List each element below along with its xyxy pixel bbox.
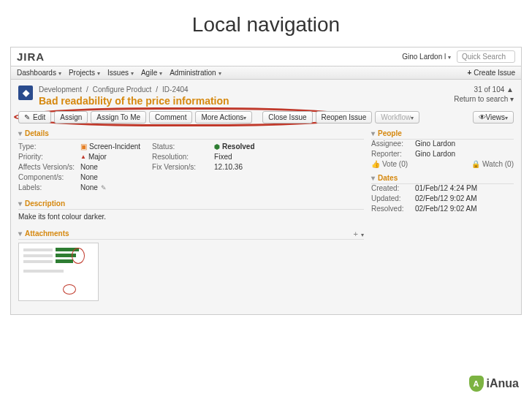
views-button[interactable]: 👁 Views bbox=[473, 111, 514, 123]
result-index: 31 of 104 ▲ bbox=[454, 86, 514, 94]
action-toolbar: ✎Edit Assign Assign To Me Comment More A… bbox=[18, 111, 419, 123]
priority-value: Major bbox=[80, 153, 107, 161]
dates-section: ▾Dates Created:01/Feb/12 4:24 PM Updated… bbox=[371, 174, 514, 213]
assign-to-me-button[interactable]: Assign To Me bbox=[91, 111, 146, 123]
eye-icon: 👁 bbox=[479, 113, 486, 121]
type-value: Screen-Incident bbox=[80, 142, 140, 151]
breadcrumb-key[interactable]: ID-2404 bbox=[162, 86, 189, 94]
app-window: JIRA Gino Lardon l Quick Search Dashboar… bbox=[10, 47, 522, 315]
reopen-issue-button[interactable]: Reopen Issue bbox=[316, 111, 373, 123]
close-issue-button[interactable]: Close Issue bbox=[262, 111, 312, 123]
vote-button[interactable]: 👍Vote (0) bbox=[371, 160, 408, 168]
add-attachment-icon[interactable]: + bbox=[354, 229, 358, 238]
nav-dashboards[interactable]: Dashboards bbox=[17, 69, 61, 77]
attachment-options-icon[interactable] bbox=[361, 229, 364, 238]
breadcrumb-project[interactable]: Development bbox=[39, 86, 82, 94]
workflow-button[interactable]: Workflow bbox=[375, 111, 419, 123]
watch-button[interactable]: 🔒Watch (0) bbox=[471, 160, 514, 168]
people-section: ▾People Assignee:Gino Lardon Reporter:Gi… bbox=[371, 129, 514, 168]
collapse-icon[interactable]: ▾ bbox=[18, 129, 22, 137]
collapse-icon[interactable]: ▾ bbox=[18, 200, 22, 208]
jira-logo: JIRA bbox=[17, 50, 45, 63]
topbar: JIRA Gino Lardon l Quick Search bbox=[11, 48, 521, 66]
status-value: Resolved bbox=[214, 142, 254, 151]
return-to-search[interactable]: Return to search ▾ bbox=[454, 95, 514, 103]
project-avatar-icon: ◆ bbox=[18, 86, 33, 100]
collapse-icon[interactable]: ▾ bbox=[371, 129, 375, 137]
breadcrumb: Development / Configure Product / ID-240… bbox=[39, 86, 229, 94]
assign-button[interactable]: Assign bbox=[54, 111, 88, 123]
description-section: ▾Description Make its font colour darker… bbox=[18, 200, 364, 224]
user-menu[interactable]: Gino Lardon l bbox=[402, 53, 451, 61]
nav-administration[interactable]: Administration bbox=[170, 69, 221, 77]
edit-button[interactable]: ✎Edit bbox=[18, 111, 51, 123]
pencil-icon: ✎ bbox=[24, 113, 30, 121]
content: ▾Details Type:Screen-Incident Priority:M… bbox=[11, 129, 521, 314]
attachments-section: ▾Attachments + bbox=[18, 229, 364, 301]
plus-icon: + bbox=[467, 69, 471, 77]
create-issue-button[interactable]: +Create Issue bbox=[467, 69, 515, 77]
caret-down-icon bbox=[448, 53, 451, 61]
slide-title: Local navigation bbox=[0, 0, 532, 47]
nav-agile[interactable]: Agile bbox=[141, 69, 162, 77]
brand-logo: A iAnua bbox=[469, 376, 519, 392]
quick-search-input[interactable]: Quick Search bbox=[457, 50, 515, 63]
action-toolbar-wrap: ✎Edit Assign Assign To Me Comment More A… bbox=[11, 110, 521, 129]
details-section: ▾Details Type:Screen-Incident Priority:M… bbox=[18, 129, 364, 194]
main-navbar: Dashboards Projects Issues Agile Adminis… bbox=[11, 66, 521, 80]
attachment-thumbnail[interactable] bbox=[18, 243, 99, 301]
collapse-icon[interactable]: ▾ bbox=[371, 174, 375, 182]
shield-icon: A bbox=[469, 376, 484, 392]
more-actions-button[interactable]: More Actions bbox=[195, 111, 252, 123]
edit-labels-icon[interactable]: ✎ bbox=[101, 184, 107, 191]
description-text: Make its font colour darker. bbox=[18, 210, 364, 224]
thumbs-up-icon: 👍 bbox=[371, 160, 380, 168]
collapse-icon[interactable]: ▾ bbox=[18, 229, 22, 238]
breadcrumb-component[interactable]: Configure Product bbox=[93, 86, 152, 94]
nav-projects[interactable]: Projects bbox=[69, 69, 100, 77]
nav-issues[interactable]: Issues bbox=[107, 69, 134, 77]
issue-header: ◆ Development / Configure Product / ID-2… bbox=[11, 80, 521, 110]
issue-title: Bad readability of the price information bbox=[39, 95, 229, 107]
watch-icon: 🔒 bbox=[471, 160, 480, 168]
comment-button[interactable]: Comment bbox=[149, 111, 192, 123]
